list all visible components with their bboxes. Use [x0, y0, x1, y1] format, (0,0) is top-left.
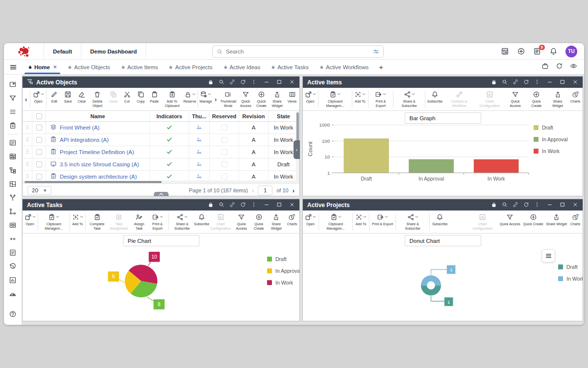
workspace-tab-dashboard[interactable]: Demo Dashboard — [81, 43, 146, 59]
table-row[interactable]: Project Timeline Definition (A)AIn Work — [23, 146, 299, 158]
open-button[interactable]: Open — [303, 210, 318, 233]
sidebar-item-document[interactable] — [4, 246, 22, 260]
quick-access-button[interactable]: Quick Access — [233, 210, 250, 233]
sidebar-item-form[interactable] — [4, 136, 22, 150]
export-excel-button[interactable] — [501, 47, 509, 55]
archive-button[interactable] — [541, 62, 549, 72]
delete-object-button[interactable]: Delete Object — [89, 88, 106, 110]
subscribe-button[interactable]: Subscribe — [426, 88, 443, 110]
assign-task-button[interactable]: Assign Task — [130, 210, 147, 233]
share-widget-button[interactable]: Share Widget — [547, 88, 568, 110]
table-row[interactable]: 3.5 inch size Shroud Casing (A)ADraft — [23, 158, 299, 171]
item-name-link[interactable]: Front Wheel (A) — [60, 125, 99, 131]
close-button[interactable] — [289, 201, 295, 210]
maximize-button[interactable] — [276, 201, 282, 210]
search-button[interactable] — [219, 201, 224, 210]
create-new-button[interactable] — [517, 47, 525, 55]
column-header-state[interactable]: State — [269, 111, 299, 121]
minimize-button[interactable] — [264, 201, 270, 210]
row-checkbox[interactable] — [36, 137, 42, 143]
kebab-button[interactable] — [534, 78, 540, 87]
sidebar-item-hierarchy[interactable] — [4, 163, 22, 177]
toolbar-scroll-right[interactable]: › — [213, 88, 219, 110]
print-export-button[interactable]: Print & Export — [147, 210, 167, 233]
share-widget-button[interactable]: Share Widget — [545, 210, 568, 233]
refresh-button[interactable] — [240, 78, 246, 87]
clipboard-management-button[interactable]: Clipboard Managem... — [319, 88, 351, 110]
refresh-button[interactable] — [523, 78, 529, 87]
table-row[interactable]: Design system architecture (A)AIn Work — [23, 171, 299, 181]
sidebar-item-table[interactable] — [4, 150, 22, 163]
drag-handle-icon[interactable] — [24, 161, 30, 168]
sidebar-item-help[interactable] — [4, 307, 22, 321]
select-all-checkbox[interactable] — [36, 113, 42, 119]
sidebar-item-clipboard[interactable] — [4, 119, 22, 132]
tab-active-items[interactable]: Active Items — [116, 60, 164, 74]
tab-active-objects[interactable]: Active Objects — [62, 60, 116, 74]
close-tab-icon[interactable]: ✕ — [53, 64, 57, 70]
column-header-indicators[interactable]: Indicators — [150, 111, 189, 121]
print-export-button[interactable]: Print & Export — [369, 88, 392, 110]
sidebar-item-gauge[interactable] — [4, 287, 22, 301]
cut-button[interactable]: Cut — [120, 88, 134, 110]
manage-button[interactable]: Manage — [199, 88, 213, 110]
column-header-revision[interactable]: Revision — [239, 111, 269, 121]
item-name-link[interactable]: Project Timeline Definition (A) — [60, 149, 134, 155]
sidebar-item-branch[interactable] — [4, 191, 22, 205]
page-size-select[interactable]: 20▼ — [27, 186, 51, 195]
vscroll-thumb[interactable] — [296, 112, 299, 141]
subscribe-button[interactable]: Subscribe — [431, 210, 449, 233]
quick-access-button[interactable]: Quick Access — [505, 88, 526, 110]
tab-active-projects[interactable]: Active Projects — [163, 60, 218, 74]
sidebar-item-window-new[interactable] — [4, 78, 22, 91]
maximize-button[interactable] — [560, 201, 565, 210]
quick-create-button[interactable]: Quick Create — [522, 210, 545, 233]
maximize-button[interactable] — [560, 78, 565, 87]
pie-chart-title-input[interactable] — [123, 235, 199, 246]
alerts-button[interactable] — [549, 47, 558, 55]
open-button[interactable]: Open — [23, 210, 37, 233]
collapse-panel-up-handle[interactable] — [154, 192, 169, 196]
charts-button[interactable]: Charts — [285, 210, 299, 233]
link-button[interactable] — [513, 201, 518, 210]
workspace-tab-default[interactable]: Default — [44, 43, 81, 59]
quick-access-button[interactable]: Quick Access — [498, 210, 522, 233]
sidebar-item-kanban[interactable] — [4, 177, 22, 191]
charts-button[interactable]: Charts — [568, 210, 582, 233]
add-to-button[interactable]: Add To — [353, 88, 367, 110]
bar-chart-title-input[interactable] — [405, 112, 481, 124]
sidebar-item-list[interactable] — [4, 105, 22, 119]
views-button[interactable]: Views — [285, 88, 299, 110]
kebab-button[interactable] — [534, 201, 540, 210]
print-export-button[interactable]: Print & Export — [370, 210, 394, 233]
row-checkbox[interactable] — [36, 149, 42, 155]
tab-active-tasks[interactable]: Active Tasks — [266, 60, 314, 74]
add-tab-button[interactable]: + — [374, 60, 388, 74]
row-checkbox[interactable] — [36, 174, 42, 180]
save-button[interactable]: Save — [61, 88, 75, 110]
open-button[interactable]: Open — [31, 88, 45, 110]
charts-button[interactable]: Charts — [568, 88, 582, 110]
column-header-thu[interactable]: Thu... — [189, 111, 210, 121]
maximize-button[interactable] — [276, 78, 282, 87]
lock-button[interactable] — [491, 78, 497, 87]
tab-active-ideas[interactable]: Active Ideas — [218, 60, 266, 74]
search-filters-icon[interactable] — [373, 49, 379, 55]
sidebar-item-merge[interactable] — [4, 232, 22, 246]
edit-button[interactable]: Edit — [48, 88, 61, 110]
lock-button[interactable] — [491, 201, 497, 210]
search-button[interactable] — [502, 78, 508, 87]
refresh-button[interactable] — [523, 201, 529, 210]
lock-button[interactable] — [208, 78, 214, 87]
minimize-button[interactable] — [264, 78, 270, 87]
paste-button[interactable]: Paste — [147, 88, 161, 110]
sidebar-item-filter[interactable] — [4, 91, 22, 105]
hscroll-thumb[interactable] — [24, 181, 162, 183]
open-button[interactable]: Open — [303, 88, 317, 110]
column-header-reserved[interactable]: Reserved — [210, 111, 239, 121]
avatar[interactable]: TU — [565, 46, 577, 57]
quick-access-button[interactable]: Quick Access — [238, 88, 253, 110]
drag-handle-icon[interactable] — [24, 173, 30, 180]
clipboard-management-button[interactable]: Clipboard Managem... — [320, 210, 351, 233]
drag-handle-icon[interactable] — [24, 149, 30, 156]
